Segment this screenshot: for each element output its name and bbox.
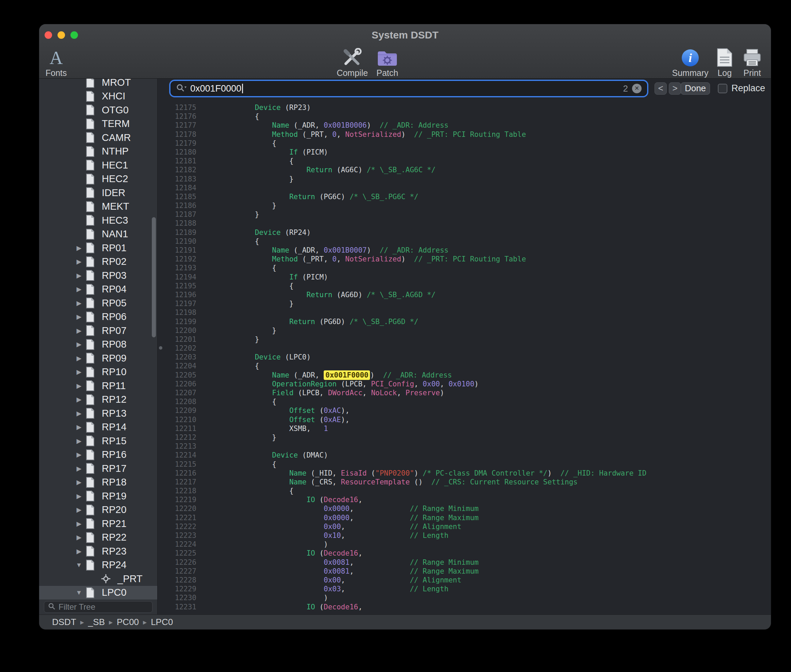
sidebar-item-label: RP17 xyxy=(102,463,126,474)
sidebar-item-nan1[interactable]: NAN1 xyxy=(39,227,157,242)
code-line: 12190 { xyxy=(158,237,771,246)
sidebar-item-rp13[interactable]: ▶RP13 xyxy=(39,406,157,421)
pane-splitter-grip[interactable] xyxy=(159,346,162,350)
replace-checkbox[interactable] xyxy=(718,84,727,93)
code-area[interactable]: 12175 Device (RP23)12176 {12177 Name (_A… xyxy=(158,99,771,614)
sidebar-item-rp14[interactable]: ▶RP14 xyxy=(39,421,157,434)
breadcrumb-separator: ▸ xyxy=(109,618,113,627)
sidebar-item-hec2[interactable]: HEC2 xyxy=(39,172,157,186)
disclosure-triangle[interactable]: ▶ xyxy=(73,285,85,293)
sidebar-item-rp19[interactable]: ▶RP19 xyxy=(39,489,157,503)
sidebar-item-rp09[interactable]: ▶RP09 xyxy=(39,351,157,365)
disclosure-triangle[interactable]: ▶ xyxy=(73,244,85,252)
sidebar-item-rp03[interactable]: ▶RP03 xyxy=(39,269,157,283)
sidebar-item-rp18[interactable]: ▶RP18 xyxy=(39,475,157,490)
sidebar-item-prt[interactable]: _PRT xyxy=(39,572,157,586)
summary-button[interactable]: i Summary xyxy=(671,46,709,78)
find-next-button[interactable]: > xyxy=(669,82,681,94)
sidebar-item-mrot[interactable]: MROT xyxy=(39,78,157,90)
title-bar[interactable]: System DSDT xyxy=(39,24,771,46)
sidebar-item-rp17[interactable]: ▶RP17 xyxy=(39,462,157,475)
disclosure-triangle[interactable]: ▶ xyxy=(73,368,85,376)
sidebar-item-rp15[interactable]: ▶RP15 xyxy=(39,434,157,448)
disclosure-triangle[interactable]: ▶ xyxy=(73,520,85,528)
sidebar-item-rp05[interactable]: ▶RP05 xyxy=(39,296,157,310)
line-number: 12183 xyxy=(158,174,203,184)
sidebar-item-xhci[interactable]: XHCI xyxy=(39,90,157,104)
disclosure-triangle[interactable]: ▶ xyxy=(73,341,85,348)
line-number: 12205 xyxy=(158,371,203,379)
compile-button[interactable]: Compile xyxy=(336,46,369,78)
sidebar-item-rp16[interactable]: ▶RP16 xyxy=(39,448,157,462)
disclosure-triangle[interactable]: ▶ xyxy=(73,465,85,472)
device-icon xyxy=(85,159,96,171)
breadcrumb-item-dsdt[interactable]: DSDT xyxy=(52,617,76,627)
sidebar-item-rp06[interactable]: ▶RP06 xyxy=(39,310,157,324)
code-line: 12185 Return (PG6C) /* \_SB_.PG6C */ xyxy=(158,192,771,201)
disclosure-triangle[interactable]: ▶ xyxy=(73,327,85,334)
disclosure-triangle[interactable]: ▶ xyxy=(73,451,85,459)
sidebar-item-term[interactable]: TERM xyxy=(39,117,157,131)
sidebar-item-rp21[interactable]: ▶RP21 xyxy=(39,517,157,531)
line-number: 12199 xyxy=(158,317,203,326)
find-previous-button[interactable]: < xyxy=(655,82,667,94)
breadcrumb-item-lpc0[interactable]: LPC0 xyxy=(151,617,173,627)
sidebar-item-otg0[interactable]: OTG0 xyxy=(39,103,157,117)
disclosure-triangle[interactable]: ▶ xyxy=(73,258,85,266)
sidebar-item-rp07[interactable]: ▶RP07 xyxy=(39,324,157,338)
sidebar-item-rp24[interactable]: ▼RP24 xyxy=(39,558,157,572)
disclosure-triangle[interactable]: ▼ xyxy=(73,562,85,569)
sidebar-item-ider[interactable]: IDER xyxy=(39,186,157,200)
sidebar-tree[interactable]: MROTXHCIOTG0TERMCAMRNTHPHEC1HEC2IDERMEKT… xyxy=(39,78,157,600)
clear-search-button[interactable]: ✕ xyxy=(632,84,642,93)
done-button[interactable]: Done xyxy=(681,82,710,94)
sidebar-item-nthp[interactable]: NTHP xyxy=(39,145,157,158)
disclosure-triangle[interactable]: ▶ xyxy=(73,272,85,280)
disclosure-triangle[interactable]: ▶ xyxy=(73,410,85,418)
disclosure-triangle[interactable]: ▶ xyxy=(73,547,85,555)
sidebar-item-rp20[interactable]: ▶RP20 xyxy=(39,503,157,517)
window-title: System DSDT xyxy=(39,24,771,46)
disclosure-triangle[interactable]: ▶ xyxy=(73,299,85,307)
disclosure-triangle[interactable]: ▼ xyxy=(73,589,85,597)
sidebar-item-rp23[interactable]: ▶RP23 xyxy=(39,544,157,558)
sidebar-scrollbar-thumb[interactable] xyxy=(152,217,156,338)
sidebar-item-rp01[interactable]: ▶RP01 xyxy=(39,241,157,255)
print-button[interactable]: Print xyxy=(740,46,764,78)
log-button[interactable]: Log xyxy=(714,46,735,78)
sidebar-item-hec3[interactable]: HEC3 xyxy=(39,213,157,227)
sidebar-item-rp08[interactable]: ▶RP08 xyxy=(39,338,157,352)
patch-button[interactable]: Patch xyxy=(375,46,400,78)
zoom-button[interactable] xyxy=(70,31,78,39)
sidebar-item-rp22[interactable]: ▶RP22 xyxy=(39,531,157,545)
disclosure-triangle[interactable]: ▶ xyxy=(73,354,85,362)
breadcrumb-item-pc00[interactable]: PC00 xyxy=(117,617,139,627)
disclosure-triangle[interactable]: ▶ xyxy=(73,437,85,445)
disclosure-triangle[interactable]: ▶ xyxy=(73,492,85,500)
sidebar-item-label: NAN1 xyxy=(102,229,128,240)
fonts-button[interactable]: A Fonts xyxy=(42,46,70,78)
sidebar-item-mekt[interactable]: MEKT xyxy=(39,200,157,214)
line-number: 12193 xyxy=(158,264,203,272)
sidebar-item-lpc0[interactable]: ▼LPC0 xyxy=(39,586,157,600)
sidebar-item-rp04[interactable]: ▶RP04 xyxy=(39,283,157,296)
sidebar-item-rp12[interactable]: ▶RP12 xyxy=(39,393,157,407)
disclosure-triangle[interactable]: ▶ xyxy=(73,395,85,403)
disclosure-triangle[interactable]: ▶ xyxy=(73,478,85,486)
sidebar-item-camr[interactable]: CAMR xyxy=(39,131,157,145)
disclosure-triangle[interactable]: ▶ xyxy=(73,382,85,390)
disclosure-triangle[interactable]: ▶ xyxy=(73,313,85,321)
disclosure-triangle[interactable]: ▶ xyxy=(73,423,85,431)
sidebar-item-label: RP11 xyxy=(102,380,126,392)
filter-tree-input[interactable]: Filter Tree xyxy=(44,601,152,613)
sidebar-item-rp10[interactable]: ▶RP10 xyxy=(39,365,157,379)
breadcrumb-item-sb[interactable]: _SB xyxy=(88,617,105,627)
sidebar-item-rp11[interactable]: ▶RP11 xyxy=(39,379,157,393)
disclosure-triangle[interactable]: ▶ xyxy=(73,506,85,514)
search-input[interactable]: 0x001F0000 2 ✕ xyxy=(171,82,646,95)
minimize-button[interactable] xyxy=(58,31,65,39)
close-button[interactable] xyxy=(45,31,52,39)
disclosure-triangle[interactable]: ▶ xyxy=(73,533,85,541)
sidebar-item-hec1[interactable]: HEC1 xyxy=(39,158,157,172)
sidebar-item-rp02[interactable]: ▶RP02 xyxy=(39,255,157,269)
